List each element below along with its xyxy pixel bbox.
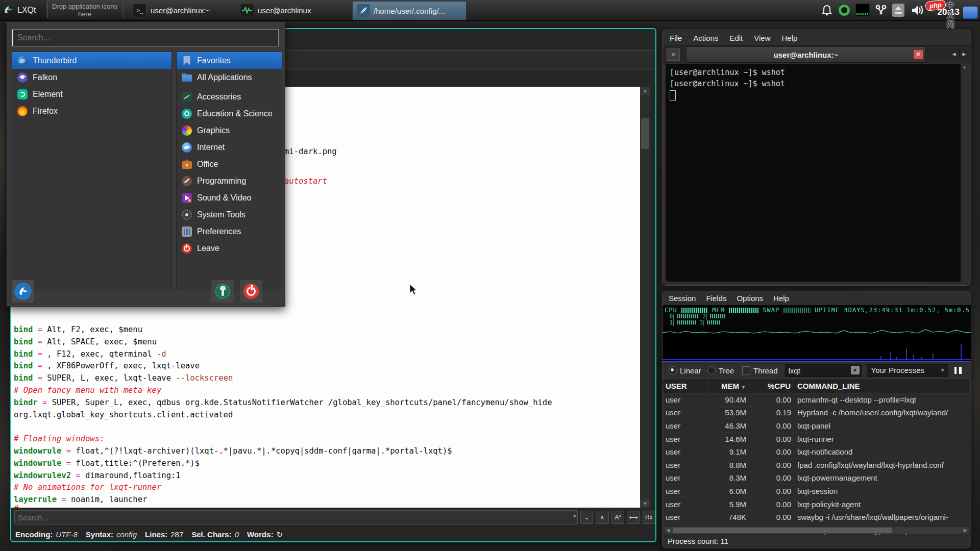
whole-word-button[interactable]: ⟷ [627, 511, 640, 524]
menu-item-internet[interactable]: Internet [177, 139, 282, 156]
process-row[interactable]: user46.3M0.00lxqt-panel [663, 419, 971, 433]
menu-session[interactable]: Session [669, 294, 696, 303]
find-previous-button[interactable]: ∧ [596, 511, 608, 524]
process-row[interactable]: user6.0M0.00lxqt-session [663, 485, 971, 498]
process-row[interactable]: user90.4M0.00pcmanfm-qt --desktop --prof… [663, 393, 971, 407]
cell-cmd: fpad .config/lxqt/wayland/lxqt-hyprland.… [794, 461, 971, 469]
find-next-button[interactable]: ⌄ [580, 511, 593, 524]
process-row[interactable]: user53.9M0.19Hyprland -c /home/user/.con… [663, 407, 971, 420]
col-cpu[interactable]: %CPU [749, 379, 794, 393]
code-line: bind = Alt, F2, exec, $menu [14, 324, 552, 336]
qps-horizontal-scrollbar[interactable]: ◀ ▶ [665, 527, 969, 534]
process-scope-value: Your Processes [871, 366, 925, 374]
menu-search-field[interactable] [12, 29, 279, 46]
menu-item-favorites[interactable]: Favorites [177, 52, 282, 69]
menu-item-element[interactable]: Element [12, 86, 172, 103]
menu-item-programming[interactable]: Programming [177, 172, 282, 189]
clipboard-scissors-icon[interactable] [874, 4, 888, 17]
menu-item-firefox[interactable]: Firefox [12, 103, 172, 119]
menu-view[interactable]: View [754, 34, 770, 42]
menu-item-leave[interactable]: Leave [177, 240, 282, 257]
pause-button[interactable] [954, 367, 962, 374]
terminal-tab[interactable]: user@archlinux:~ ✕ [686, 46, 926, 63]
code-line: bind = SUPER, L, exec, lxqt-leave --lock… [14, 372, 552, 385]
menu-item-education-science[interactable]: Education & Science [177, 105, 282, 122]
taskbar-button-monitor[interactable]: user@archlinux [236, 1, 315, 19]
eject-icon[interactable] [891, 4, 905, 17]
col-user[interactable]: USER [663, 379, 707, 393]
scroll-down-icon[interactable]: ▼ [640, 499, 650, 508]
menu-item-label: Favorites [197, 56, 231, 65]
search-history-dropdown-icon[interactable]: ▾ [573, 513, 576, 519]
menu-actions[interactable]: Actions [693, 34, 718, 42]
tab-scroll-left-icon[interactable]: ◀ [949, 48, 959, 60]
menu-help[interactable]: Help [773, 294, 789, 303]
element-icon [17, 89, 28, 99]
tab-close-icon[interactable]: ✕ [914, 50, 923, 59]
tree-radio[interactable] [707, 366, 716, 374]
match-case-button[interactable]: Aª [611, 511, 624, 524]
process-row[interactable]: user9.1M0.00lxqt-notificationd [663, 445, 971, 459]
editor-vertical-scrollbar[interactable]: ▲ ▼ [640, 87, 650, 508]
process-row[interactable]: user8.3M0.00lxqt-powermanagement [663, 472, 971, 485]
menu-help[interactable]: Help [781, 34, 797, 42]
code-line: windowrulev2 = dimaround,floating:1 [14, 470, 552, 482]
menu-item-sound-video[interactable]: Sound & Video [177, 189, 282, 206]
scroll-right-icon[interactable]: ▶ [962, 527, 969, 534]
process-filter-field[interactable]: ✕ [785, 364, 862, 377]
terminal-scrollbar[interactable]: ▲ [961, 64, 968, 282]
col-command-line[interactable]: COMMAND_LINE [794, 379, 971, 393]
scrollbar-thumb[interactable] [641, 118, 649, 149]
menu-fields[interactable]: Fields [706, 294, 726, 303]
menu-item-system-tools[interactable]: System Tools [177, 206, 282, 223]
scroll-up-icon[interactable]: ▲ [961, 64, 968, 70]
taskbar-button-featherpad[interactable]: /home/user/.config/... [352, 1, 467, 20]
quicklaunch-drop-area[interactable]: Drop application icons here [51, 1, 118, 19]
editor-search-field[interactable]: ▾ [14, 510, 578, 524]
scrollbar-thumb[interactable] [673, 528, 892, 533]
tab-scroll-right-icon[interactable]: ▶ [959, 48, 969, 60]
process-filter-input[interactable] [786, 364, 861, 377]
code-line: bind = , F12, exec, qterminal -d [14, 348, 552, 361]
menu-item-graphics[interactable]: Graphics [177, 122, 282, 139]
clear-filter-icon[interactable]: ✕ [851, 366, 860, 374]
process-scope-select[interactable]: Your Processes ▼ [867, 364, 948, 377]
regex-button[interactable]: Rx [643, 511, 655, 524]
thread-checkbox[interactable] [742, 366, 750, 374]
menu-configure-button[interactable] [211, 280, 234, 303]
scroll-up-icon[interactable]: ▲ [640, 87, 650, 95]
menu-item-office[interactable]: Office [177, 156, 282, 172]
scroll-left-icon[interactable]: ◀ [665, 527, 672, 534]
process-row[interactable]: user5.9M0.00lxqt-policykit-agent [663, 498, 971, 511]
tray-indicator-icon[interactable] [963, 6, 978, 19]
falkon-icon [17, 72, 28, 83]
about-lxqt-button[interactable] [12, 280, 34, 303]
terminal-output[interactable]: [user@archlinux ~]$ wshot[user@archlinux… [666, 64, 961, 282]
menu-item-preferences[interactable]: Preferences [177, 223, 282, 240]
menu-item-all-applications[interactable]: All Applications [177, 69, 282, 86]
menu-edit[interactable]: Edit [729, 34, 743, 42]
menu-options[interactable]: Options [737, 294, 763, 303]
linear-radio[interactable] [669, 366, 677, 374]
menu-item-accessories[interactable]: Accessories [177, 88, 282, 105]
process-row[interactable]: user14.6M0.00lxqt-runner [663, 433, 971, 446]
main-menu-button[interactable]: LXQt [0, 0, 46, 20]
menu-file[interactable]: File [670, 34, 682, 42]
editor-search-input[interactable] [15, 511, 577, 524]
session-ring-icon[interactable] [837, 4, 851, 17]
menu-item-falkon[interactable]: Falkon [12, 69, 172, 86]
volume-icon[interactable] [911, 4, 925, 17]
words-refresh-icon[interactable]: ↻ [276, 530, 283, 539]
process-table-body: user90.4M0.00pcmanfm-qt --desktop --prof… [663, 393, 971, 537]
notifications-bell-icon[interactable] [820, 4, 834, 17]
close-tab-button[interactable]: ✕ [667, 48, 680, 61]
taskbar-button-terminal[interactable]: >_ user@archlinux:~ [129, 1, 214, 19]
menu-leave-button[interactable] [240, 280, 262, 303]
menu-search-input[interactable] [12, 30, 278, 46]
process-row[interactable]: user748K0.00swaybg -i /usr/share/lxqt/wa… [663, 511, 971, 524]
col-mem[interactable]: MEM▼ [707, 379, 749, 393]
process-row[interactable]: user8.8M0.00fpad .config/lxqt/wayland/lx… [663, 459, 971, 472]
preferences-icon [182, 227, 192, 237]
cpu-history-icon[interactable] [855, 4, 870, 17]
menu-item-thunderbird[interactable]: Thunderbird [12, 52, 172, 69]
